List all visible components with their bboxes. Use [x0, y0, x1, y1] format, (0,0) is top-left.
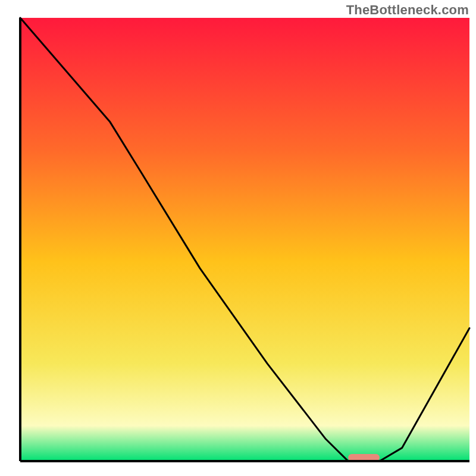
bottleneck-chart [0, 0, 476, 476]
plot-gradient-background [20, 18, 469, 461]
